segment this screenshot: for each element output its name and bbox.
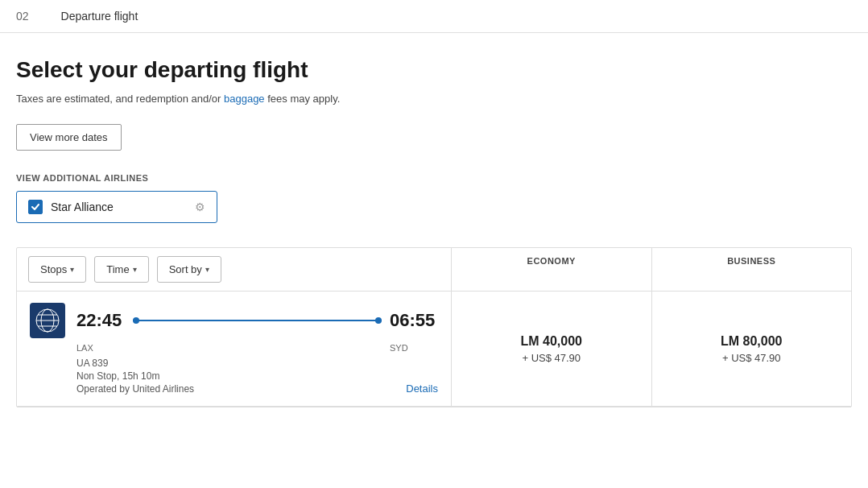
step-title: Departure flight [61,10,138,23]
depart-airport: LAX [76,343,125,353]
arrive-time: 06:55 [390,310,438,331]
stops-label: Stops [40,263,67,275]
economy-price-cell[interactable]: LM 40,000 + US$ 47.90 [452,292,652,406]
step-number: 02 [16,10,29,23]
taxes-note: Taxes are estimated, and redemption and/… [16,93,852,105]
taxes-note-prefix: Taxes are estimated, and redemption and/… [16,93,224,105]
main-content: Select your departing flight Taxes are e… [0,33,868,424]
flight-duration-line [125,320,390,321]
business-usd: + US$ 47.90 [722,352,781,364]
time-filter-button[interactable]: Time ▾ [94,256,148,283]
sort-by-chevron-icon: ▾ [205,265,209,274]
taxes-note-suffix: fees may apply. [265,93,341,105]
business-column-header: BUSINESS [652,248,852,291]
flight-stops: Non Stop, 15h 10m [76,370,194,382]
star-alliance-icon: ⚙ [195,201,205,213]
flights-table: Stops ▾ Time ▾ Sort by ▾ ECONOMY BUSINES… [16,247,852,407]
flight-operated-by: Operated by United Airlines [76,383,194,395]
flight-number: UA 839 [76,358,194,369]
economy-miles: LM 40,000 [521,334,582,349]
star-alliance-label: Star Alliance [51,201,195,213]
economy-usd: + US$ 47.90 [522,352,581,364]
filter-section: Stops ▾ Time ▾ Sort by ▾ [17,248,452,291]
view-more-dates-button[interactable]: View more dates [16,124,122,151]
time-chevron-icon: ▾ [133,265,137,274]
flight-details-row: UA 839 Non Stop, 15h 10m Operated by Uni… [76,358,438,395]
time-label: Time [106,263,129,275]
economy-column-header: ECONOMY [452,248,652,291]
baggage-link[interactable]: baggage [224,93,265,105]
arrive-airport: SYD [390,343,438,353]
additional-airlines-label: VIEW ADDITIONAL AIRLINES [16,173,852,183]
stops-filter-button[interactable]: Stops ▾ [28,256,86,283]
star-alliance-checkbox-row[interactable]: Star Alliance ⚙ [16,191,217,223]
flight-details-link[interactable]: Details [406,383,438,395]
table-row: 22:45 06:55 LAX SYD UA 839 Non Stop, 15h… [17,292,851,407]
business-price-cell[interactable]: LM 80,000 + US$ 47.90 [652,292,852,406]
star-alliance-checkbox[interactable] [28,200,43,214]
flight-meta: UA 839 Non Stop, 15h 10m Operated by Uni… [76,358,194,395]
sort-by-label: Sort by [169,263,202,275]
stops-chevron-icon: ▾ [70,265,74,274]
flight-info-cell: 22:45 06:55 LAX SYD UA 839 Non Stop, 15h… [17,292,452,406]
top-bar: 02 Departure flight [0,0,868,33]
depart-time: 22:45 [76,310,125,331]
airport-row: LAX SYD [76,343,438,353]
business-miles: LM 80,000 [721,334,782,349]
sort-by-filter-button[interactable]: Sort by ▾ [157,256,221,283]
filter-header-row: Stops ▾ Time ▾ Sort by ▾ ECONOMY BUSINES… [17,248,851,292]
airline-logo [30,303,65,338]
page-heading: Select your departing flight [16,57,852,83]
